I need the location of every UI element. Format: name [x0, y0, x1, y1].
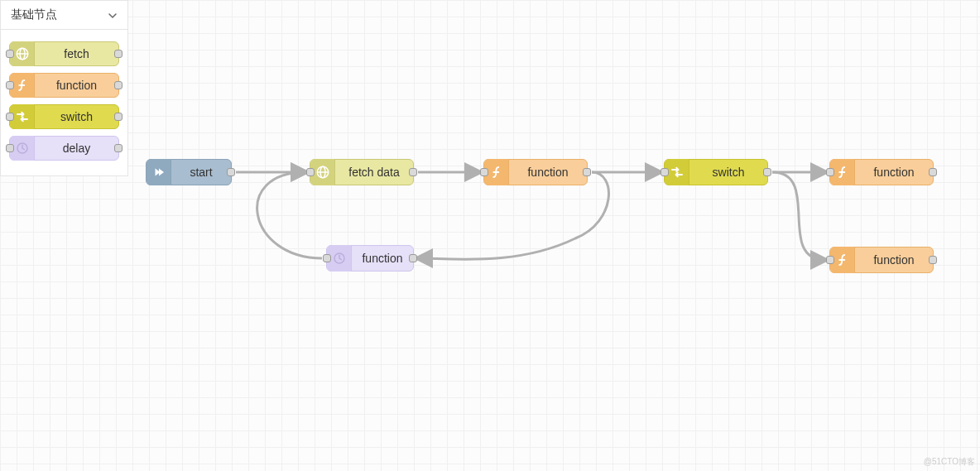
port-icon — [6, 50, 14, 58]
palette-item-delay[interactable]: delay — [9, 136, 119, 161]
node-label: start — [171, 166, 231, 179]
port-out[interactable] — [583, 168, 591, 176]
node-label: function — [352, 252, 413, 265]
chevron-down-icon — [108, 10, 118, 20]
palette-label: switch — [35, 110, 118, 123]
port-icon — [114, 50, 122, 58]
sidebar-panel: 基础节点 fetch function switch delay — [0, 0, 128, 176]
watermark-text: @51CTO博客 — [924, 456, 975, 468]
palette-label: function — [35, 79, 118, 92]
flow-canvas[interactable]: startfetch datafunctionswitchfunctionfun… — [0, 0, 980, 471]
port-in[interactable] — [323, 254, 331, 262]
port-icon — [6, 81, 14, 89]
flow-node-start[interactable]: start — [146, 159, 232, 185]
sidebar-title: 基础节点 — [11, 7, 57, 22]
port-icon — [6, 144, 14, 152]
flow-node-fetch[interactable]: fetch data — [310, 159, 414, 185]
node-label: function — [855, 166, 933, 179]
node-label: function — [509, 166, 587, 179]
flow-node-switch[interactable]: switch — [664, 159, 768, 185]
palette-item-function[interactable]: function — [9, 73, 119, 98]
palette-label: fetch — [35, 47, 118, 60]
node-label: fetch data — [335, 166, 413, 179]
port-in[interactable] — [826, 256, 834, 264]
flow-node-function[interactable]: function — [829, 247, 934, 273]
palette-item-switch[interactable]: switch — [9, 104, 119, 129]
edges-layer — [0, 0, 980, 471]
port-in[interactable] — [306, 168, 315, 176]
port-in[interactable] — [826, 168, 834, 176]
flow-node-delay[interactable]: function — [326, 245, 414, 272]
port-in[interactable] — [480, 168, 488, 176]
port-out[interactable] — [409, 168, 417, 176]
palette-label: delay — [35, 142, 118, 155]
port-out[interactable] — [409, 254, 417, 262]
port-icon — [114, 144, 122, 152]
port-in[interactable] — [661, 168, 669, 176]
port-icon — [114, 113, 122, 121]
port-out[interactable] — [227, 168, 235, 176]
port-out[interactable] — [929, 168, 937, 176]
port-out[interactable] — [929, 256, 937, 264]
palette-list: fetch function switch delay — [1, 30, 127, 175]
port-icon — [114, 81, 122, 89]
arrow-icon — [147, 159, 171, 185]
node-label: function — [855, 253, 933, 267]
flow-node-function[interactable]: function — [829, 159, 934, 185]
sidebar-header[interactable]: 基础节点 — [1, 0, 127, 30]
node-label: switch — [689, 166, 767, 179]
port-out[interactable] — [763, 168, 771, 176]
palette-item-fetch[interactable]: fetch — [9, 41, 119, 66]
port-icon — [6, 113, 14, 121]
flow-node-function[interactable]: function — [483, 159, 588, 185]
